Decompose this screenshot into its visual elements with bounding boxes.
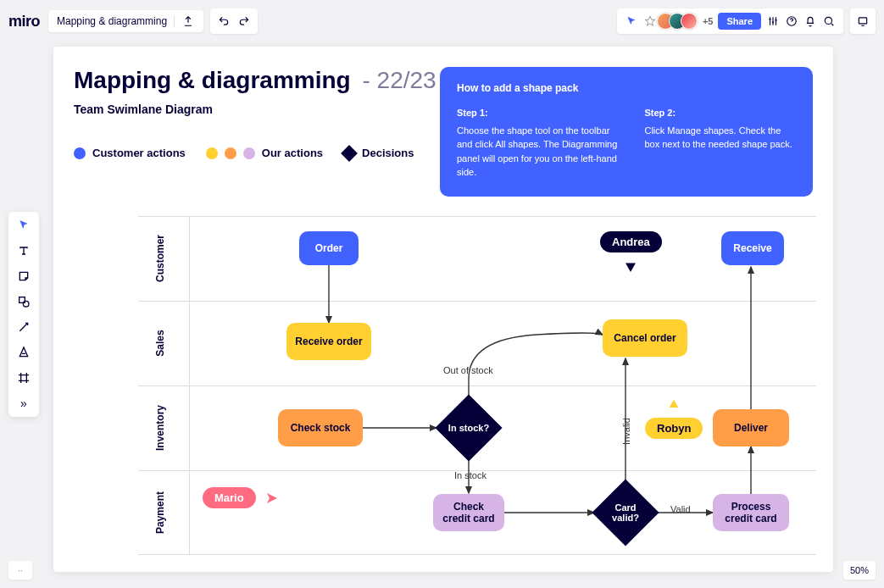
lane-label: Payment bbox=[154, 479, 166, 546]
legend: Customer actions Our actions Decisions bbox=[74, 147, 436, 159]
edge-label-valid: Valid bbox=[670, 504, 691, 514]
legend-label: Our actions bbox=[262, 147, 323, 159]
legend-our-actions: Our actions bbox=[206, 147, 323, 159]
svg-rect-3 bbox=[859, 18, 866, 24]
node-cancel-order[interactable]: Cancel order bbox=[603, 319, 687, 357]
present-button[interactable] bbox=[850, 8, 876, 34]
node-order[interactable]: Order bbox=[299, 231, 359, 265]
undo-redo-group bbox=[210, 8, 258, 34]
cursor-icon[interactable] bbox=[625, 14, 638, 28]
shape-tool[interactable] bbox=[15, 293, 32, 310]
cursor-label: Robyn bbox=[645, 418, 703, 439]
dot-icon bbox=[225, 147, 236, 159]
node-receive[interactable]: Receive bbox=[721, 231, 784, 265]
text-tool[interactable] bbox=[15, 242, 32, 259]
lane-label: Sales bbox=[154, 309, 166, 377]
legend-label: Customer actions bbox=[92, 147, 186, 159]
node-check-credit-card[interactable]: Check credit card bbox=[433, 494, 504, 531]
svg-marker-0 bbox=[645, 16, 655, 25]
edge-label-invalid: Invalid bbox=[621, 418, 631, 445]
step-body: Choose the shape tool on the toolbar and… bbox=[457, 124, 620, 180]
legend-decisions: Decisions bbox=[343, 147, 414, 159]
reactions-icon[interactable] bbox=[643, 14, 657, 28]
topbar-right: +5 Share bbox=[617, 8, 876, 34]
frame-title: Mapping & diagramming - 22/23 bbox=[74, 67, 436, 94]
dot-icon bbox=[74, 147, 86, 159]
select-tool[interactable] bbox=[15, 217, 32, 234]
zoom-indicator[interactable]: 50% bbox=[843, 561, 876, 580]
info-step-2: Step 2: Click Manage shapes. Check the b… bbox=[644, 106, 796, 180]
info-panel-title: How to add a shape pack bbox=[457, 80, 796, 96]
frames-pager[interactable]: ·· bbox=[8, 561, 32, 580]
info-panel: How to add a shape pack Step 1: Choose t… bbox=[440, 67, 813, 197]
node-receive-order[interactable]: Receive order bbox=[286, 323, 371, 360]
cursor-label: Andrea bbox=[600, 231, 662, 252]
notifications-icon[interactable] bbox=[803, 14, 817, 28]
miro-logo[interactable]: miro bbox=[8, 13, 40, 31]
svg-point-5 bbox=[23, 301, 29, 307]
step-body: Click Manage shapes. Check the box next … bbox=[644, 124, 796, 152]
export-icon[interactable] bbox=[181, 14, 195, 28]
lane-label: Customer bbox=[154, 225, 166, 292]
frame-subtitle: Team Swimlane Diagram bbox=[74, 103, 436, 116]
node-process-credit-card[interactable]: Process credit card bbox=[713, 494, 789, 531]
title-suffix: - 22/23 bbox=[362, 67, 436, 93]
search-icon[interactable] bbox=[822, 14, 836, 28]
step-title: Step 1: bbox=[457, 106, 620, 120]
lane-customer: Customer bbox=[138, 216, 816, 301]
board-name-chip[interactable]: Mapping & diagramming bbox=[48, 10, 203, 32]
redo-icon[interactable] bbox=[237, 14, 251, 28]
cursor-mario: Mario bbox=[203, 487, 280, 508]
help-icon[interactable] bbox=[785, 14, 798, 28]
info-step-1: Step 1: Choose the shape tool on the too… bbox=[457, 106, 620, 180]
tool-toolbar: » bbox=[8, 212, 39, 417]
sticky-note-tool[interactable] bbox=[15, 268, 32, 285]
legend-customer-actions: Customer actions bbox=[74, 147, 186, 159]
cursor-label: Mario bbox=[203, 487, 256, 508]
board-name-text: Mapping & diagramming bbox=[57, 15, 167, 27]
collab-cluster: +5 Share bbox=[617, 8, 843, 34]
avatar-overflow[interactable]: +5 bbox=[703, 16, 714, 26]
more-tools[interactable]: » bbox=[15, 395, 32, 412]
avatar bbox=[681, 13, 698, 30]
cursor-andrea: Andrea bbox=[600, 231, 662, 275]
connector-tool[interactable] bbox=[15, 319, 32, 336]
separator bbox=[174, 15, 175, 27]
legend-label: Decisions bbox=[362, 147, 414, 159]
cursor-robyn: Robyn bbox=[645, 397, 703, 439]
node-check-stock[interactable]: Check stock bbox=[278, 409, 363, 447]
cursor-arrow-icon bbox=[623, 259, 638, 275]
avatar-stack[interactable] bbox=[662, 13, 698, 30]
step-title: Step 2: bbox=[644, 106, 796, 120]
frame-tool[interactable] bbox=[15, 369, 32, 386]
canvas-frame[interactable]: Mapping & diagramming - 22/23 Team Swiml… bbox=[53, 47, 833, 572]
cursor-arrow-icon bbox=[667, 397, 681, 411]
share-button[interactable]: Share bbox=[718, 13, 761, 30]
dot-icon bbox=[243, 147, 255, 159]
node-deliver[interactable]: Deliver bbox=[713, 409, 789, 447]
svg-point-2 bbox=[825, 17, 831, 24]
title-main: Mapping & diagramming bbox=[74, 67, 351, 93]
undo-icon[interactable] bbox=[217, 14, 231, 28]
cursor-arrow-icon bbox=[264, 491, 280, 506]
diamond-icon bbox=[341, 145, 358, 162]
edge-label-in-stock: In stock bbox=[454, 470, 486, 480]
diamond-label: Card valid? bbox=[602, 502, 649, 523]
settings-icon[interactable] bbox=[766, 14, 780, 28]
edge-label-out-of-stock: Out of stock bbox=[443, 365, 493, 375]
lane-label: Inventory bbox=[154, 394, 166, 462]
dot-icon bbox=[206, 147, 218, 159]
frame-header: Mapping & diagramming - 22/23 Team Swiml… bbox=[53, 47, 833, 197]
pen-tool[interactable] bbox=[15, 344, 32, 361]
topbar: miro Mapping & diagramming bbox=[8, 8, 876, 34]
swimlane-diagram[interactable]: Customer Sales Inventory Payment bbox=[138, 216, 816, 563]
diamond-label: In stock? bbox=[445, 423, 492, 433]
